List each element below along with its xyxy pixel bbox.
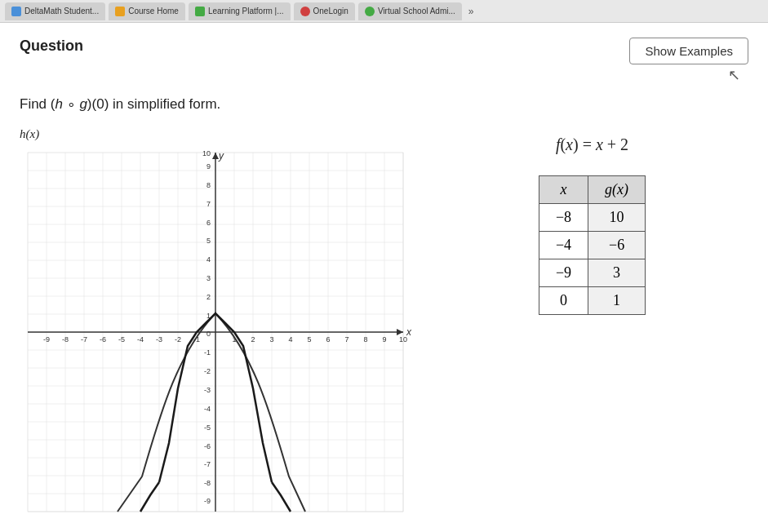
table-cell-gx-2: −6	[588, 232, 646, 259]
g-table: x g(x) −8 10 −4 −6 −9 3	[539, 175, 646, 315]
svg-text:10: 10	[202, 149, 211, 157]
question-label: Question	[20, 38, 83, 55]
svg-text:-7: -7	[81, 335, 87, 344]
svg-text:8: 8	[206, 181, 211, 189]
svg-text:-7: -7	[204, 460, 211, 468]
table-cell-gx-3: 3	[588, 259, 646, 287]
svg-text:-9: -9	[204, 497, 211, 505]
tab-virtual-school[interactable]: Virtual School Admi...	[358, 2, 462, 20]
coordinate-graph: -1 -2 -3 -4 -5 -6 -7 -8 -9 1 2 3 4 5	[20, 144, 411, 520]
tab-bar: DeltaMath Student... Course Home Learnin…	[0, 0, 768, 23]
svg-text:-8: -8	[204, 479, 211, 487]
tab-deltamath[interactable]: DeltaMath Student...	[5, 2, 105, 20]
svg-text:6: 6	[326, 335, 330, 344]
svg-text:-3: -3	[204, 386, 211, 394]
svg-text:7: 7	[344, 335, 348, 344]
right-panel: f(x) = x + 2 x g(x) −8 10 −4	[436, 127, 748, 315]
show-examples-button[interactable]: Show Examples	[629, 38, 748, 64]
graph-wrapper: -1 -2 -3 -4 -5 -6 -7 -8 -9 1 2 3 4 5	[20, 144, 411, 528]
tab-label-onelogin: OneLogin	[313, 7, 348, 16]
tab-label-virtual-school: Virtual School Admi...	[378, 7, 455, 16]
svg-text:6: 6	[206, 219, 211, 227]
table-cell-x-3: −9	[539, 259, 588, 287]
graph-label: h(x)	[20, 127, 411, 141]
svg-text:-4: -4	[204, 405, 211, 413]
svg-text:2: 2	[206, 293, 211, 301]
tab-label-learning: Learning Platform |...	[208, 7, 284, 16]
svg-text:8: 8	[363, 335, 367, 344]
function-formula: f(x) = x + 2	[436, 135, 748, 154]
svg-text:9: 9	[382, 335, 386, 344]
svg-text:-6: -6	[100, 335, 106, 344]
table-cell-x-4: 0	[539, 287, 588, 315]
svg-text:9: 9	[206, 162, 211, 171]
svg-text:-3: -3	[156, 335, 162, 344]
tab-onelogin[interactable]: OneLogin	[294, 2, 355, 20]
x-axis-label: x	[406, 326, 412, 338]
svg-text:4: 4	[206, 255, 211, 264]
table-header-gx: g(x)	[588, 176, 646, 204]
tab-learning-platform[interactable]: Learning Platform |...	[189, 2, 291, 20]
svg-text:-2: -2	[204, 367, 211, 375]
svg-text:-5: -5	[118, 335, 125, 344]
tab-icon-onelogin	[300, 7, 310, 16]
table-row: 0 1	[539, 287, 645, 315]
tab-more-button[interactable]: »	[465, 6, 477, 17]
table-cell-gx-4: 1	[588, 287, 646, 315]
svg-text:7: 7	[206, 200, 211, 208]
tab-icon-course-home	[115, 7, 125, 16]
svg-text:-2: -2	[175, 335, 181, 344]
table-row: −9 3	[539, 259, 645, 287]
table-cell-x-2: −4	[539, 232, 588, 259]
svg-text:-8: -8	[62, 335, 69, 344]
main-area: Question Show Examples ↖ Find (h ∘ g)(0)…	[0, 23, 768, 532]
table-cell-x-1: −8	[539, 204, 588, 232]
svg-text:3: 3	[206, 274, 211, 282]
cursor-icon: ↖	[728, 66, 740, 84]
svg-text:-5: -5	[204, 423, 211, 432]
svg-text:5: 5	[307, 335, 311, 344]
graph-container: h(x)	[20, 127, 411, 528]
svg-text:-6: -6	[204, 442, 211, 450]
svg-text:-9: -9	[43, 335, 50, 344]
svg-text:3: 3	[269, 335, 273, 344]
table-cell-gx-1: 10	[588, 204, 646, 232]
svg-text:2: 2	[251, 335, 255, 344]
header-row: Question Show Examples ↖	[20, 38, 748, 84]
problem-statement: Find (h ∘ g)(0) in simplified form.	[20, 95, 748, 113]
svg-text:5: 5	[206, 237, 211, 245]
tab-label-deltamath: DeltaMath Student...	[24, 7, 99, 16]
y-axis-label: y	[218, 150, 224, 162]
table-header-x: x	[539, 176, 588, 204]
svg-text:-1: -1	[204, 348, 211, 357]
tab-icon-learning	[195, 7, 205, 16]
svg-text:0: 0	[206, 330, 211, 338]
tab-icon-virtual-school	[365, 7, 375, 16]
svg-text:-4: -4	[137, 335, 144, 344]
table-row: −4 −6	[539, 232, 645, 259]
tab-course-home[interactable]: Course Home	[109, 2, 185, 20]
content-row: h(x)	[20, 127, 748, 528]
table-row: −8 10	[539, 204, 645, 232]
tab-icon-deltamath	[11, 7, 21, 16]
svg-text:4: 4	[288, 335, 292, 344]
tab-label-course-home: Course Home	[128, 7, 179, 16]
